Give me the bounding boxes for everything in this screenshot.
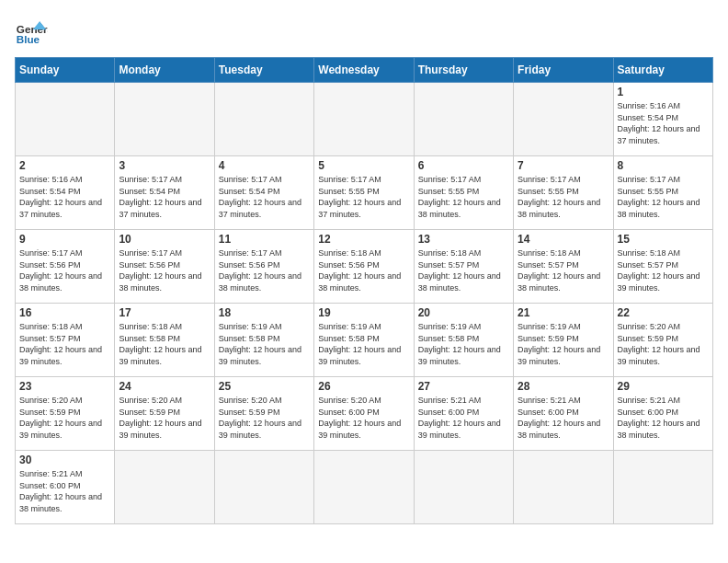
- calendar-row: 30Sunrise: 5:21 AMSunset: 6:00 PMDayligh…: [16, 451, 713, 524]
- calendar-cell: [115, 451, 214, 524]
- day-number: 20: [418, 306, 509, 319]
- day-number: 11: [219, 233, 310, 246]
- day-number: 17: [119, 306, 210, 319]
- day-info: Sunrise: 5:19 AMSunset: 5:58 PMDaylight:…: [318, 321, 409, 367]
- day-number: 3: [119, 159, 210, 172]
- calendar-cell: 9Sunrise: 5:17 AMSunset: 5:56 PMDaylight…: [16, 230, 115, 304]
- day-info: Sunrise: 5:20 AMSunset: 5:59 PMDaylight:…: [19, 395, 110, 441]
- day-info: Sunrise: 5:18 AMSunset: 5:58 PMDaylight:…: [119, 321, 210, 367]
- day-number: 30: [19, 454, 110, 466]
- weekday-header: Sunday: [16, 58, 115, 83]
- calendar-cell: 23Sunrise: 5:20 AMSunset: 5:59 PMDayligh…: [16, 377, 115, 451]
- calendar-cell: 3Sunrise: 5:17 AMSunset: 5:54 PMDaylight…: [115, 156, 214, 230]
- calendar-cell: 2Sunrise: 5:16 AMSunset: 5:54 PMDaylight…: [16, 156, 115, 230]
- calendar-cell: 21Sunrise: 5:19 AMSunset: 5:59 PMDayligh…: [514, 304, 613, 377]
- day-number: 5: [318, 159, 409, 172]
- day-number: 24: [119, 380, 210, 393]
- calendar-cell: 8Sunrise: 5:17 AMSunset: 5:55 PMDaylight…: [613, 156, 712, 230]
- logo-icon: General Blue: [15, 15, 48, 48]
- day-number: 12: [318, 233, 409, 246]
- calendar-cell: 5Sunrise: 5:17 AMSunset: 5:55 PMDaylight…: [314, 156, 414, 230]
- day-number: 8: [618, 159, 709, 172]
- day-info: Sunrise: 5:19 AMSunset: 5:58 PMDaylight:…: [418, 321, 509, 367]
- day-number: 21: [518, 306, 609, 319]
- calendar-row: 16Sunrise: 5:18 AMSunset: 5:57 PMDayligh…: [16, 304, 713, 377]
- day-number: 16: [19, 306, 110, 319]
- calendar-cell: [514, 83, 613, 156]
- day-info: Sunrise: 5:20 AMSunset: 6:00 PMDaylight:…: [318, 395, 409, 441]
- calendar-cell: 7Sunrise: 5:17 AMSunset: 5:55 PMDaylight…: [514, 156, 613, 230]
- calendar-cell: 22Sunrise: 5:20 AMSunset: 5:59 PMDayligh…: [613, 304, 712, 377]
- weekday-header: Tuesday: [214, 58, 313, 83]
- day-info: Sunrise: 5:17 AMSunset: 5:56 PMDaylight:…: [219, 247, 310, 293]
- calendar-cell: [115, 83, 214, 156]
- page-header: General Blue: [15, 15, 713, 48]
- calendar-cell: 10Sunrise: 5:17 AMSunset: 5:56 PMDayligh…: [115, 230, 214, 304]
- day-info: Sunrise: 5:17 AMSunset: 5:55 PMDaylight:…: [618, 174, 709, 220]
- day-info: Sunrise: 5:17 AMSunset: 5:56 PMDaylight:…: [119, 247, 210, 293]
- calendar-row: 2Sunrise: 5:16 AMSunset: 5:54 PMDaylight…: [16, 156, 713, 230]
- day-number: 28: [518, 380, 609, 393]
- day-info: Sunrise: 5:21 AMSunset: 6:00 PMDaylight:…: [418, 395, 509, 441]
- day-info: Sunrise: 5:18 AMSunset: 5:57 PMDaylight:…: [618, 247, 709, 293]
- day-number: 29: [618, 380, 709, 393]
- calendar-table: SundayMondayTuesdayWednesdayThursdayFrid…: [15, 57, 713, 524]
- calendar-cell: 12Sunrise: 5:18 AMSunset: 5:56 PMDayligh…: [314, 230, 414, 304]
- day-info: Sunrise: 5:17 AMSunset: 5:56 PMDaylight:…: [19, 247, 110, 293]
- weekday-header: Thursday: [414, 58, 513, 83]
- calendar-cell: [414, 83, 513, 156]
- day-info: Sunrise: 5:18 AMSunset: 5:57 PMDaylight:…: [418, 247, 509, 293]
- day-info: Sunrise: 5:17 AMSunset: 5:54 PMDaylight:…: [219, 174, 310, 220]
- calendar-cell: 18Sunrise: 5:19 AMSunset: 5:58 PMDayligh…: [214, 304, 313, 377]
- calendar-cell: 26Sunrise: 5:20 AMSunset: 6:00 PMDayligh…: [314, 377, 414, 451]
- calendar-row: 1Sunrise: 5:16 AMSunset: 5:54 PMDaylight…: [16, 83, 713, 156]
- calendar-cell: [414, 451, 513, 524]
- calendar-cell: 16Sunrise: 5:18 AMSunset: 5:57 PMDayligh…: [16, 304, 115, 377]
- calendar-cell: 17Sunrise: 5:18 AMSunset: 5:58 PMDayligh…: [115, 304, 214, 377]
- day-info: Sunrise: 5:17 AMSunset: 5:55 PMDaylight:…: [518, 174, 609, 220]
- day-info: Sunrise: 5:16 AMSunset: 5:54 PMDaylight:…: [618, 100, 709, 146]
- calendar-cell: 15Sunrise: 5:18 AMSunset: 5:57 PMDayligh…: [613, 230, 712, 304]
- day-info: Sunrise: 5:18 AMSunset: 5:56 PMDaylight:…: [318, 247, 409, 293]
- day-info: Sunrise: 5:17 AMSunset: 5:54 PMDaylight:…: [119, 174, 210, 220]
- calendar-cell: [214, 451, 313, 524]
- calendar-cell: [514, 451, 613, 524]
- day-number: 23: [19, 380, 110, 393]
- calendar-cell: 24Sunrise: 5:20 AMSunset: 5:59 PMDayligh…: [115, 377, 214, 451]
- weekday-header: Friday: [514, 58, 613, 83]
- day-number: 18: [219, 306, 310, 319]
- day-number: 14: [518, 233, 609, 246]
- weekday-header-row: SundayMondayTuesdayWednesdayThursdayFrid…: [16, 58, 713, 83]
- calendar-cell: 20Sunrise: 5:19 AMSunset: 5:58 PMDayligh…: [414, 304, 513, 377]
- calendar-cell: [314, 451, 414, 524]
- day-info: Sunrise: 5:18 AMSunset: 5:57 PMDaylight:…: [518, 247, 609, 293]
- calendar-cell: 19Sunrise: 5:19 AMSunset: 5:58 PMDayligh…: [314, 304, 414, 377]
- day-info: Sunrise: 5:21 AMSunset: 6:00 PMDaylight:…: [19, 468, 110, 514]
- calendar-cell: 4Sunrise: 5:17 AMSunset: 5:54 PMDaylight…: [214, 156, 313, 230]
- day-number: 6: [418, 159, 509, 172]
- day-number: 1: [618, 86, 709, 98]
- weekday-header: Wednesday: [314, 58, 414, 83]
- calendar-cell: 28Sunrise: 5:21 AMSunset: 6:00 PMDayligh…: [514, 377, 613, 451]
- calendar-cell: 25Sunrise: 5:20 AMSunset: 5:59 PMDayligh…: [214, 377, 313, 451]
- day-number: 7: [518, 159, 609, 172]
- day-info: Sunrise: 5:20 AMSunset: 5:59 PMDaylight:…: [219, 395, 310, 441]
- weekday-header: Monday: [115, 58, 214, 83]
- calendar-cell: [314, 83, 414, 156]
- day-info: Sunrise: 5:19 AMSunset: 5:59 PMDaylight:…: [518, 321, 609, 367]
- day-number: 10: [119, 233, 210, 246]
- day-info: Sunrise: 5:21 AMSunset: 6:00 PMDaylight:…: [518, 395, 609, 441]
- calendar-cell: 1Sunrise: 5:16 AMSunset: 5:54 PMDaylight…: [613, 83, 712, 156]
- calendar-cell: [214, 83, 313, 156]
- day-number: 9: [19, 233, 110, 246]
- calendar-cell: 29Sunrise: 5:21 AMSunset: 6:00 PMDayligh…: [613, 377, 712, 451]
- day-number: 19: [318, 306, 409, 319]
- calendar-cell: [613, 451, 712, 524]
- day-number: 25: [219, 380, 310, 393]
- weekday-header: Saturday: [613, 58, 712, 83]
- day-info: Sunrise: 5:18 AMSunset: 5:57 PMDaylight:…: [19, 321, 110, 367]
- day-number: 15: [618, 233, 709, 246]
- calendar-cell: 6Sunrise: 5:17 AMSunset: 5:55 PMDaylight…: [414, 156, 513, 230]
- day-info: Sunrise: 5:20 AMSunset: 5:59 PMDaylight:…: [119, 395, 210, 441]
- day-number: 2: [19, 159, 110, 172]
